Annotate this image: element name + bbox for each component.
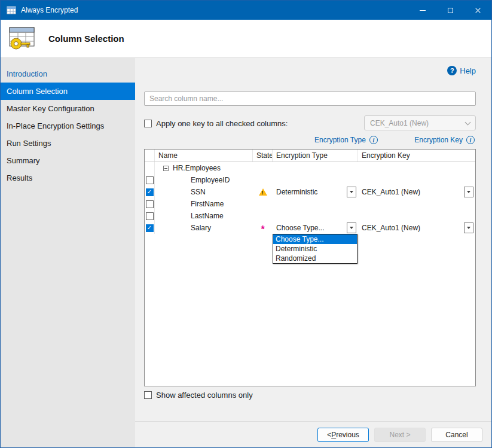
- dropdown-option-deterministic[interactable]: Deterministic: [273, 244, 357, 254]
- check-column-header: [145, 150, 155, 161]
- search-input[interactable]: [144, 92, 476, 106]
- encryption-type-help-link[interactable]: Encryption Type i: [314, 136, 378, 144]
- name-column-header: Name: [155, 150, 253, 161]
- close-button[interactable]: [464, 1, 491, 20]
- encryption-type-column-header: Encryption Type: [273, 150, 358, 161]
- sidebar-item-summary[interactable]: Summary: [1, 152, 135, 169]
- page-title: Column Selection: [48, 20, 124, 58]
- previous-button[interactable]: < Previous: [317, 428, 369, 442]
- column-selection-icon: [8, 25, 36, 54]
- caret-down-icon: [467, 227, 470, 229]
- help-link[interactable]: ? Help: [447, 66, 476, 75]
- column-name: LastName: [155, 212, 253, 220]
- table-row-lastname[interactable]: LastName: [145, 210, 475, 222]
- table-row-firstname[interactable]: FirstName: [145, 198, 475, 210]
- group-check-cell: [145, 162, 155, 174]
- group-label: HR.Employees: [173, 164, 221, 172]
- collapse-expander-icon[interactable]: [163, 166, 169, 171]
- sidebar-item-run-settings[interactable]: Run Settings: [1, 135, 135, 152]
- encryption-key-help-link[interactable]: Encryption Key i: [414, 136, 475, 144]
- encryption-type-link-label: Encryption Type: [314, 136, 366, 144]
- close-icon: [475, 7, 481, 14]
- row-checkbox[interactable]: [146, 176, 154, 184]
- encryption-type-dropdown-button[interactable]: [347, 223, 356, 233]
- wizard-footer: < Previous Next > Cancel: [135, 421, 491, 447]
- maximize-icon: [448, 8, 453, 13]
- table-row-ssn[interactable]: SSN ! Deterministic CEK_Auto1 (New): [145, 186, 475, 198]
- always-encrypted-wizard-window: Always Encrypted Column Selection: [0, 0, 492, 448]
- info-icon[interactable]: i: [369, 136, 378, 144]
- apply-key-dropdown[interactable]: CEK_Auto1 (New): [364, 115, 476, 130]
- row-checkbox[interactable]: [146, 188, 154, 196]
- encryption-key-dropdown-button[interactable]: [464, 187, 473, 197]
- column-name: FirstName: [155, 200, 253, 208]
- title-bar: Always Encrypted: [1, 1, 491, 20]
- row-checkbox[interactable]: [146, 200, 154, 208]
- apply-key-checkbox[interactable]: [144, 120, 152, 127]
- encryption-key-value: CEK_Auto1 (New): [362, 224, 420, 232]
- minimize-icon: [420, 10, 426, 11]
- table-header-row: Name State Encryption Type Encryption Ke…: [145, 150, 475, 162]
- info-icon[interactable]: i: [466, 136, 475, 144]
- help-icon: ?: [447, 66, 457, 75]
- dropdown-option-choose-type[interactable]: Choose Type...: [273, 234, 357, 244]
- encryption-type-dropdown-button[interactable]: [347, 187, 356, 197]
- apply-key-row: Apply one key to all checked columns: CE…: [144, 115, 476, 131]
- dropdown-option-randomized[interactable]: Randomized: [273, 254, 357, 263]
- cancel-button[interactable]: Cancel: [431, 428, 482, 442]
- show-affected-checkbox[interactable]: [144, 391, 152, 399]
- columns-table: Name State Encryption Type Encryption Ke…: [144, 149, 476, 386]
- required-icon: *: [261, 223, 264, 233]
- encryption-type-value: Deterministic: [276, 188, 317, 196]
- table-row-salary[interactable]: Salary * Choose Type... CEK_Auto1 (New): [145, 222, 475, 234]
- minimize-button[interactable]: [409, 1, 436, 20]
- caret-down-icon: [350, 227, 353, 229]
- encryption-type-value: Choose Type...: [276, 224, 325, 232]
- state-column-header: State: [253, 150, 273, 161]
- encryption-key-dropdown-button[interactable]: [464, 223, 473, 233]
- wizard-header: Column Selection: [1, 20, 491, 58]
- apply-key-label: Apply one key to all checked columns:: [156, 119, 288, 128]
- maximize-button[interactable]: [436, 1, 464, 20]
- table-row-employeeid[interactable]: EmployeeID: [145, 174, 475, 186]
- caret-down-icon: [467, 191, 470, 193]
- sidebar-item-column-selection[interactable]: Column Selection: [1, 83, 135, 100]
- window-title: Always Encrypted: [21, 6, 78, 14]
- next-button[interactable]: Next >: [374, 428, 426, 442]
- sidebar-item-introduction[interactable]: Introduction: [1, 65, 135, 83]
- show-affected-row: Show affected columns only: [144, 391, 253, 400]
- column-name: SSN: [155, 188, 253, 196]
- chevron-down-icon: [465, 119, 471, 125]
- caret-down-icon: [350, 191, 353, 193]
- wizard-steps-sidebar: Introduction Column Selection Master Key…: [1, 58, 135, 447]
- app-icon: [7, 6, 16, 14]
- sidebar-item-master-key-configuration[interactable]: Master Key Configuration: [1, 100, 135, 117]
- column-name: Salary: [155, 224, 253, 232]
- encryption-key-value: CEK_Auto1 (New): [362, 188, 420, 196]
- apply-key-dropdown-value: CEK_Auto1 (New): [370, 119, 429, 127]
- row-checkbox[interactable]: [146, 224, 154, 232]
- help-label: Help: [460, 66, 476, 75]
- table-group-row[interactable]: HR.Employees: [145, 162, 475, 174]
- encryption-key-column-header: Encryption Key: [358, 150, 475, 161]
- warning-icon: !: [259, 188, 267, 196]
- encryption-key-link-label: Encryption Key: [414, 136, 463, 144]
- show-affected-label: Show affected columns only: [156, 391, 253, 400]
- column-name: EmployeeID: [155, 176, 253, 184]
- group-name-cell: HR.Employees: [155, 164, 253, 172]
- main-content: ? Help Apply one key to all checked colu…: [135, 58, 491, 421]
- window-controls: [409, 1, 491, 20]
- encryption-type-dropdown-list: Choose Type... Deterministic Randomized: [273, 234, 357, 264]
- sidebar-item-results[interactable]: Results: [1, 169, 135, 187]
- sidebar-item-in-place-encryption-settings[interactable]: In-Place Encryption Settings: [1, 117, 135, 135]
- row-checkbox[interactable]: [146, 212, 154, 220]
